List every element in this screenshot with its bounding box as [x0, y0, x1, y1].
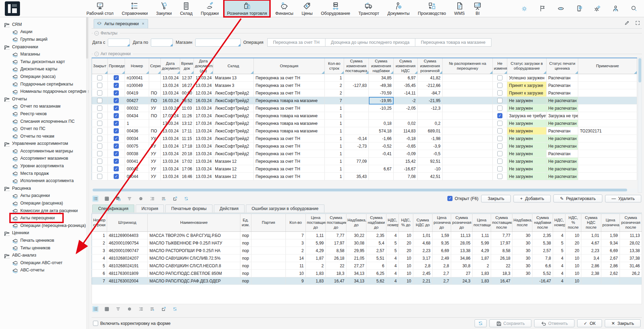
- table-cell[interactable]: -14,11: [394, 89, 418, 97]
- table-cell[interactable]: 17.03.24: [194, 120, 213, 127]
- table-cell[interactable]: 20: [399, 239, 413, 247]
- table-cell[interactable]: Переоценка за счет ТН: [254, 104, 325, 112]
- table-row[interactable]: ✓п10004913.03.2416:2713.03.24Магазин 3Пе…: [92, 82, 637, 89]
- table-cell[interactable]: 5: [553, 239, 565, 247]
- checkbox[interactable]: ✓: [114, 98, 119, 103]
- table-cell[interactable]: ПО: [149, 89, 161, 97]
- table-cell[interactable]: 4620001090747: [107, 247, 148, 255]
- table-cell[interactable]: ✓: [108, 112, 125, 120]
- table-row[interactable]: ✓00434ПО17.03.2411:2617.03.24ЛюксСофтТре…: [92, 112, 637, 120]
- checkbox[interactable]: [97, 106, 102, 111]
- tree-group[interactable]: АВС-анализ: [0, 251, 89, 259]
- nav-item-piggy[interactable]: Финансы: [273, 0, 295, 17]
- table-cell[interactable]: 2: [472, 262, 491, 270]
- table-cell[interactable]: 1,01: [581, 232, 601, 239]
- table-cell[interactable]: 00042: [125, 165, 149, 173]
- table-cell[interactable]: 4,67: [581, 239, 601, 247]
- table-cell[interactable]: 26,18: [326, 255, 346, 262]
- tree-item[interactable]: Операции АВС-отчет: [0, 259, 89, 267]
- table-row[interactable]: ✓00427ПО16.03.2416:5216.03.24ЛюксСофтТре…: [92, 97, 637, 104]
- tb-gear-icon[interactable]: [138, 196, 144, 202]
- table-cell[interactable]: 4: [386, 232, 399, 239]
- table-cell[interactable]: 4: [386, 255, 399, 262]
- table-cell[interactable]: 4: [553, 270, 565, 277]
- table-cell[interactable]: 13.03.24: [194, 135, 213, 142]
- table-cell[interactable]: 2,38: [581, 270, 601, 277]
- table-cell[interactable]: Не распечатан: [547, 120, 578, 127]
- table-cell[interactable]: [578, 142, 637, 150]
- table-cell[interactable]: [578, 104, 637, 112]
- table-cell[interactable]: ЛюксСофтТрейд2: [213, 135, 254, 142]
- table-cell[interactable]: УУ: [149, 104, 161, 112]
- close-button[interactable]: ✕Закрыть: [605, 319, 641, 327]
- table-cell[interactable]: 6,69: [601, 247, 620, 255]
- table-cell[interactable]: [92, 158, 108, 165]
- table-cell[interactable]: [443, 82, 493, 89]
- table-cell[interactable]: 34,13: [346, 277, 366, 285]
- tree-item[interactable]: Типы дисконтных карт: [0, 58, 89, 66]
- column-header[interactable]: Серия: [149, 58, 161, 74]
- column-header[interactable]: Сумма НДС после: [581, 214, 601, 232]
- table-cell[interactable]: 17,97: [491, 239, 512, 247]
- table-cell[interactable]: ✓: [108, 97, 125, 104]
- table-cell[interactable]: ЛюксСофтТрейд2: [213, 150, 254, 158]
- tb-filter-icon[interactable]: [126, 196, 133, 202]
- table-cell[interactable]: 28,05: [451, 239, 472, 247]
- production-icon[interactable]: [427, 1, 437, 11]
- table-cell[interactable]: 7: [286, 232, 306, 239]
- operation-filter-button[interactable]: Переоценка за счет ТН: [267, 38, 325, 47]
- table-cell[interactable]: ЛюксСофтТрейд2: [213, 97, 254, 104]
- table-cell[interactable]: 1,01: [413, 232, 433, 239]
- table-cell[interactable]: 0,02: [394, 120, 418, 127]
- table-row[interactable]: 54810268024191МАСЛО САВУШКИН СЛ/СЛ.НЕСОЛ…: [92, 262, 642, 270]
- table-cell[interactable]: Не загружен: [507, 127, 547, 135]
- table-cell[interactable]: -1,66: [369, 135, 394, 142]
- delete-button[interactable]: —Удалить: [605, 195, 641, 202]
- table-cell[interactable]: УУ: [149, 142, 161, 150]
- table-cell[interactable]: 1,59: [433, 232, 451, 239]
- table-cell[interactable]: 00419: [125, 89, 149, 97]
- table-cell[interactable]: 30: [512, 247, 532, 255]
- tab-close-icon[interactable]: ×: [142, 21, 144, 26]
- table-cell[interactable]: -35,45: [394, 82, 418, 89]
- table-cell[interactable]: [92, 97, 108, 104]
- table-cell[interactable]: 16,47: [491, 277, 512, 285]
- table-cell[interactable]: 00032: [125, 104, 149, 112]
- checkbox[interactable]: [497, 75, 502, 80]
- table-cell[interactable]: 4810268024191: [107, 262, 148, 270]
- table-cell[interactable]: 30,8: [451, 262, 472, 270]
- table-cell[interactable]: пор: [240, 232, 251, 239]
- building-icon[interactable]: [181, 1, 191, 11]
- tb-reload-icon[interactable]: [172, 306, 178, 312]
- table-row[interactable]: ✓00419ПО13.03.2400:0012.03.24ЛюксСофтТре…: [92, 89, 637, 97]
- table-cell[interactable]: [443, 120, 493, 127]
- detail-tab[interactable]: Спецификация: [92, 205, 134, 212]
- table-cell[interactable]: 689,01: [418, 127, 443, 135]
- table-cell[interactable]: МАСЛО РАПС/ПОДС.СВЕТЛОЕ 850М: [148, 270, 240, 277]
- table-cell[interactable]: 1: [325, 120, 344, 127]
- table-cell[interactable]: -10: [418, 165, 443, 173]
- table-cell[interactable]: [443, 104, 493, 112]
- table-cell[interactable]: 13.03.24: [161, 127, 180, 135]
- detail-tab[interactable]: Действия: [214, 205, 245, 212]
- column-header[interactable]: Склад: [213, 58, 254, 74]
- tb-gear-icon[interactable]: [126, 306, 133, 312]
- tb-addlist-icon[interactable]: [149, 306, 155, 312]
- table-cell[interactable]: [344, 74, 369, 82]
- table-cell[interactable]: 17.03.24: [194, 112, 213, 120]
- table-cell[interactable]: [493, 120, 507, 127]
- table-cell[interactable]: [443, 150, 493, 158]
- adjust-on-form-checkbox[interactable]: Включить корректировку на форме: [93, 321, 170, 326]
- table-cell[interactable]: 10: [565, 277, 581, 285]
- table-cell[interactable]: 3,17: [413, 255, 433, 262]
- table-cell[interactable]: 2: [325, 89, 344, 97]
- table-cell[interactable]: -84,7: [418, 89, 443, 97]
- table-cell[interactable]: ✓: [108, 82, 125, 89]
- checkbox[interactable]: [497, 106, 502, 111]
- cart-icon[interactable]: [159, 1, 169, 11]
- table-cell[interactable]: Распечатан: [547, 127, 578, 135]
- table-cell[interactable]: 2,86: [581, 262, 601, 270]
- table-row[interactable]: 24620001090754МАСЛО ТЫКВЕННОЕ РФ 0.25Л Н…: [92, 239, 642, 247]
- table-cell[interactable]: Не распечатан: [547, 173, 578, 180]
- table-cell[interactable]: 20: [565, 239, 581, 247]
